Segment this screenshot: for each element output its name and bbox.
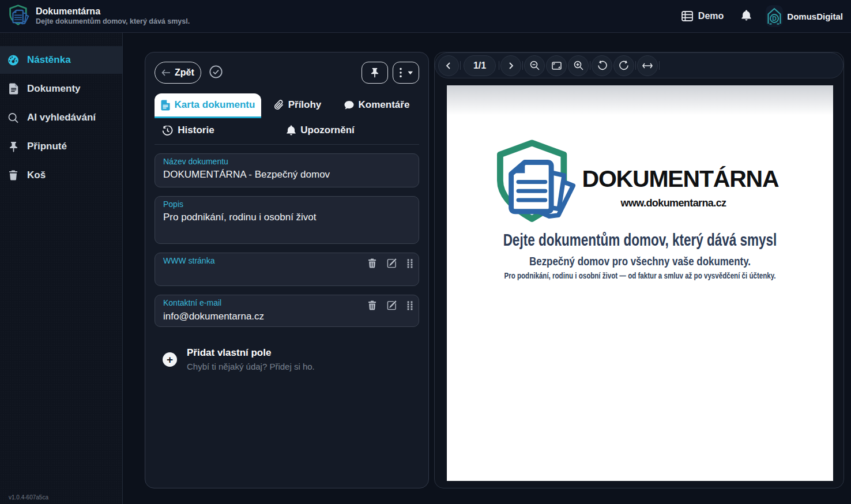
svg-text:D: D <box>773 15 777 22</box>
